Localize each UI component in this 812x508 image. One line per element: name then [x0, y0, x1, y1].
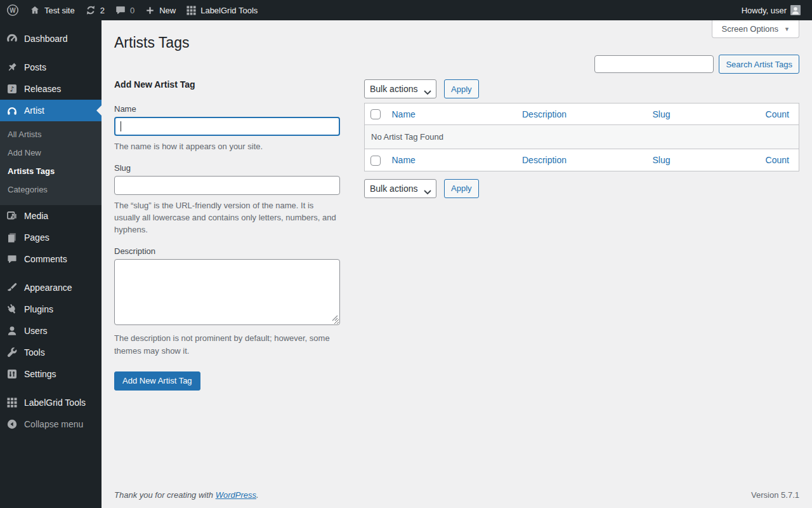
sidebar-item-label: Appearance	[24, 283, 72, 293]
search-input[interactable]	[594, 55, 714, 73]
add-new-artist-tag-button[interactable]: Add New Artist Tag	[114, 371, 200, 391]
select-all-checkbox[interactable]	[370, 109, 381, 119]
sidebar-item-media[interactable]: Media	[0, 205, 102, 227]
footer-version: Version 5.7.1	[751, 490, 799, 500]
plug-icon	[6, 303, 18, 316]
sort-slug-column[interactable]: Slug	[653, 109, 671, 119]
sort-description-column[interactable]: Description	[522, 155, 566, 165]
new-label: New	[159, 6, 176, 15]
sidebar-item-label: Media	[24, 211, 48, 221]
svg-text:W: W	[10, 7, 16, 14]
name-field[interactable]	[114, 117, 340, 136]
home-icon	[29, 4, 41, 16]
updates-menu[interactable]: 2	[80, 0, 110, 20]
tags-list: Bulk actions Apply Na	[364, 79, 799, 198]
sidebar-item-label: Artist	[24, 105, 44, 116]
sidebar-item-dashboard[interactable]: Dashboard	[0, 28, 102, 50]
sidebar-item-settings[interactable]: Settings	[0, 363, 102, 385]
site-name-label: Test site	[44, 6, 75, 15]
new-content-menu[interactable]: New	[140, 0, 181, 20]
site-name-menu[interactable]: Test site	[24, 0, 80, 20]
sort-description-column[interactable]: Description	[522, 109, 566, 119]
description-field[interactable]	[114, 259, 340, 325]
menu-separator	[0, 50, 102, 57]
labelgrid-tools-label: LabelGrid Tools	[200, 6, 258, 15]
sidebar-item-appearance[interactable]: Appearance	[0, 277, 102, 298]
sidebar-item-label: Releases	[24, 84, 61, 94]
sidebar-item-label: Pages	[24, 232, 49, 243]
collapse-arrow-icon	[6, 418, 18, 431]
plus-icon	[145, 5, 155, 16]
sort-count-column[interactable]: Count	[766, 109, 789, 119]
text-caret	[121, 121, 121, 131]
table-header-row: Name Description Slug Count	[365, 104, 799, 125]
name-help-text: The name is how it appears on your site.	[114, 140, 340, 152]
bulk-actions-select[interactable]: Bulk actions	[364, 79, 436, 98]
pages-icon	[6, 231, 18, 244]
sidebar-item-comments[interactable]: Comments	[0, 248, 102, 270]
sidebar-item-tools[interactable]: Tools	[0, 342, 102, 363]
sidebar-item-users[interactable]: Users	[0, 320, 102, 342]
search-form: Search Artist Tags	[594, 55, 799, 74]
menu-separator	[0, 270, 102, 277]
screen-options-label: Screen Options	[721, 24, 778, 34]
sort-name-column[interactable]: Name	[392, 155, 416, 165]
wordpress-link[interactable]: WordPress	[216, 490, 256, 500]
sidebar-item-label: LabelGrid Tools	[24, 398, 86, 408]
empty-state-message: No Artist Tag Found	[365, 125, 799, 149]
sidebar-item-add-new[interactable]: Add New	[0, 144, 102, 162]
sidebar-item-plugins[interactable]: Plugins	[0, 298, 102, 320]
artist-tags-table: Name Description Slug Count No Artist Ta…	[364, 103, 799, 171]
empty-state-row: No Artist Tag Found	[365, 125, 799, 149]
form-heading: Add New Artist Tag	[114, 79, 340, 90]
grid-icon	[186, 5, 197, 16]
select-all-checkbox[interactable]	[370, 156, 381, 166]
sidebar-item-label: Plugins	[24, 304, 53, 314]
howdy-label: Howdy, user	[742, 6, 787, 15]
user-icon	[6, 324, 18, 337]
sort-name-column[interactable]: Name	[392, 109, 416, 119]
paintbrush-icon	[6, 281, 18, 294]
avatar	[790, 5, 801, 15]
search-artist-tags-button[interactable]: Search Artist Tags	[719, 55, 799, 74]
admin-menu: Dashboard Posts ♪ Releases	[0, 20, 102, 508]
sidebar-item-posts[interactable]: Posts	[0, 57, 102, 78]
menu-separator	[0, 385, 102, 392]
sidebar-item-labelgrid-tools[interactable]: LabelGrid Tools	[0, 392, 102, 413]
apply-button[interactable]: Apply	[444, 179, 479, 198]
main-content: Screen Options ▼ Artists Tags Search Art…	[102, 20, 812, 508]
account-menu[interactable]: Howdy, user	[737, 0, 806, 20]
apply-button[interactable]: Apply	[444, 79, 479, 98]
sort-slug-column[interactable]: Slug	[653, 155, 671, 165]
updates-count: 2	[100, 6, 105, 15]
media-icon	[6, 210, 18, 222]
wordpress-logo-menu[interactable]: W	[1, 0, 24, 20]
headphones-icon	[6, 104, 18, 117]
sidebar-item-categories[interactable]: Categories	[0, 180, 102, 199]
sidebar-item-pages[interactable]: Pages	[0, 227, 102, 248]
bulk-actions-select[interactable]: Bulk actions	[364, 179, 436, 198]
sidebar-item-releases[interactable]: ♪ Releases	[0, 78, 102, 100]
admin-footer: Thank you for creating with WordPress. V…	[114, 480, 799, 508]
page-title: Artists Tags	[114, 34, 799, 52]
slug-field[interactable]	[114, 176, 340, 195]
comment-bubble-icon	[6, 253, 18, 265]
table-footer-row: Name Description Slug Count	[365, 149, 799, 171]
comments-menu[interactable]: 0	[110, 0, 140, 20]
sidebar-item-artist[interactable]: Artist	[0, 100, 102, 121]
sidebar-item-label: Posts	[24, 62, 46, 72]
screen-options-button[interactable]: Screen Options ▼	[712, 20, 799, 38]
sidebar-item-label: Tools	[24, 347, 45, 358]
sort-count-column[interactable]: Count	[766, 155, 789, 165]
sidebar-item-label: Comments	[24, 254, 67, 264]
collapse-menu-button[interactable]: Collapse menu	[0, 413, 102, 435]
add-tag-form: Add New Artist Tag Name The name is how …	[114, 79, 340, 391]
pushpin-icon	[6, 61, 18, 74]
wrench-icon	[6, 346, 18, 359]
sidebar-item-artists-tags[interactable]: Artists Tags	[0, 162, 102, 180]
labelgrid-tools-menu[interactable]: LabelGrid Tools	[181, 0, 263, 20]
sidebar-item-all-artists[interactable]: All Artists	[0, 125, 102, 144]
sidebar-item-label: Dashboard	[24, 34, 68, 44]
name-label: Name	[114, 104, 340, 114]
svg-text:♪: ♪	[10, 85, 14, 93]
